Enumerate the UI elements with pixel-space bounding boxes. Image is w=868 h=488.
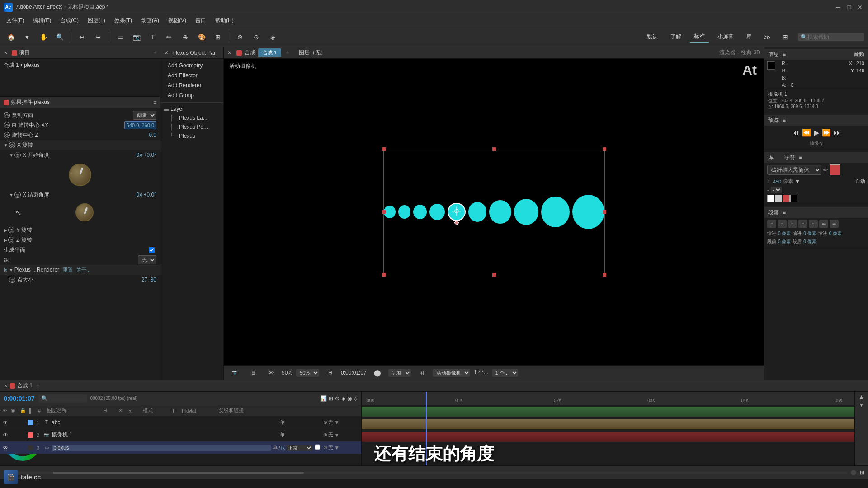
layer1-parent-dropdown[interactable]: ▼: [334, 419, 340, 426]
swatch-black[interactable]: [790, 195, 797, 202]
redo-tool[interactable]: ↪: [91, 30, 105, 44]
comp-marker-btn[interactable]: ◇: [354, 395, 358, 402]
project-panel-close[interactable]: ✕: [4, 50, 8, 56]
knob-x-start[interactable]: [69, 164, 91, 186]
collapse-arrow-x[interactable]: ▼: [4, 143, 8, 148]
layer-select[interactable]: 1 个...: [492, 369, 518, 377]
menu-animation[interactable]: 动画(A): [137, 15, 164, 26]
layer3-lock[interactable]: [19, 444, 26, 451]
close-button[interactable]: ✕: [855, 3, 864, 12]
justify-btn[interactable]: ≡: [798, 220, 807, 228]
comp-preview-btn[interactable]: 👁: [264, 366, 278, 380]
menu-help[interactable]: 帮助(H): [211, 15, 238, 26]
effect-row-center-xy[interactable]: ◷ ⊞ 旋转中心 XY 640.0, 360.0: [0, 120, 160, 130]
timeline-scrollbar[interactable]: [11, 472, 847, 474]
pen-tool[interactable]: ✏: [162, 30, 176, 44]
timeline-search[interactable]: 🔍: [38, 394, 87, 403]
effect-row-group[interactable]: 组 无: [0, 255, 160, 265]
search-area[interactable]: 🔍: [798, 33, 864, 41]
justify-all-btn[interactable]: ≡: [809, 220, 818, 228]
quality-select[interactable]: 完整: [388, 369, 411, 377]
layer2-name[interactable]: 摄像机 1: [52, 431, 278, 439]
workspace-learn[interactable]: 了解: [666, 31, 686, 42]
color-picker[interactable]: [830, 164, 840, 175]
add-renderer-btn[interactable]: Add Renderer: [160, 80, 223, 90]
effect-row-center-z[interactable]: ◷ 旋转中心 Z 0.0: [0, 130, 160, 140]
menu-effects[interactable]: 效果(T): [110, 15, 137, 26]
effect-row-z-rotation[interactable]: ▶ ◷ Z 旋转: [0, 235, 160, 245]
ltr-btn[interactable]: ⇒: [830, 220, 839, 228]
menu-composition[interactable]: 合成(C): [56, 15, 83, 26]
solo-btn[interactable]: ◉: [347, 395, 352, 402]
plexus-child-2[interactable]: ├─ Plexus Po...: [160, 122, 223, 131]
3d-tool[interactable]: ⊗: [233, 30, 247, 44]
timeline-close[interactable]: ✕: [4, 383, 8, 389]
comp-close[interactable]: ✕: [227, 50, 232, 56]
select-copy-direction[interactable]: 两者: [133, 111, 156, 120]
layer3-mode-select[interactable]: 正常: [286, 445, 312, 451]
preview-menu[interactable]: ≡: [783, 117, 786, 123]
align-tool[interactable]: ⊙: [249, 30, 264, 44]
track-bar-2[interactable]: [362, 419, 854, 429]
undo-tool[interactable]: ↩: [75, 30, 89, 44]
plexus-panel-close[interactable]: ✕: [164, 50, 169, 56]
about-button[interactable]: 关于...: [76, 267, 90, 273]
timeline-cursor[interactable]: [426, 392, 427, 465]
info-menu[interactable]: ≡: [783, 51, 786, 57]
add-effector-btn[interactable]: Add Effector: [160, 70, 223, 80]
checkbox-gen-plane[interactable]: [149, 247, 155, 253]
project-panel-menu[interactable]: ≡: [153, 50, 156, 56]
layer3-eye[interactable]: 👁: [2, 444, 9, 451]
comp-color-btn[interactable]: ⬤: [370, 366, 385, 380]
collapse-arrow-x-start[interactable]: ▼: [9, 153, 14, 158]
effect-row-y-rotation[interactable]: ▶ ◷ Y 旋转: [0, 225, 160, 235]
menu-window[interactable]: 窗口: [191, 15, 211, 26]
layer1-lock[interactable]: [19, 419, 26, 426]
knob-x-end[interactable]: [75, 203, 94, 221]
comp-fit-btn[interactable]: ⊞: [323, 366, 337, 380]
collapse-arrow-x-end[interactable]: ▼: [9, 192, 14, 197]
plexus-child-1[interactable]: ├─ Plexus La...: [160, 113, 223, 122]
timeline-search-input[interactable]: [48, 396, 84, 401]
menu-edit[interactable]: 编辑(E): [28, 15, 56, 26]
paint-tool[interactable]: 🎨: [194, 30, 209, 44]
timeline-zoom-in[interactable]: ▲: [859, 394, 864, 400]
collapse-arrow-z[interactable]: ▶: [4, 238, 7, 243]
zoom-select[interactable]: 50%: [296, 369, 319, 377]
layer2-lock[interactable]: [19, 432, 26, 439]
add-group-btn[interactable]: Add Group: [160, 90, 223, 100]
font-menu[interactable]: ≡: [799, 154, 802, 160]
puppet-tool[interactable]: ⊞: [211, 30, 225, 44]
motion-trail-btn[interactable]: ⊙: [335, 395, 340, 402]
track-bar-1[interactable]: [362, 407, 854, 417]
layer3-parent-dropdown[interactable]: ▼: [334, 445, 340, 451]
dash-select[interactable]: -: [771, 187, 782, 193]
shape-tool[interactable]: ▭: [113, 30, 127, 44]
timeline-zoom-out[interactable]: ▼: [859, 402, 864, 408]
next-frame-btn[interactable]: ⏩: [822, 128, 831, 137]
clone-tool[interactable]: ⊕: [178, 30, 193, 44]
layer3-t-check[interactable]: [315, 444, 320, 450]
workspace-default[interactable]: 默认: [642, 31, 662, 42]
input-center-xy[interactable]: 640.0, 360.0: [124, 121, 156, 129]
layer1-solo[interactable]: [10, 419, 18, 426]
font-style-btn[interactable]: ✏: [823, 167, 828, 173]
layer2-eye[interactable]: 👁: [2, 432, 9, 439]
align-left-btn[interactable]: ≡: [767, 220, 776, 228]
timeline-nav-circle[interactable]: [851, 470, 856, 475]
go-start-btn[interactable]: ⏮: [792, 129, 799, 137]
plexus-child-3[interactable]: └─ Plexus: [160, 131, 223, 141]
align-right-btn[interactable]: ≡: [788, 220, 797, 228]
effect-row-copy-direction[interactable]: ◷ 复制方向 两者: [0, 110, 160, 120]
swatch-white[interactable]: [767, 195, 774, 202]
draft-btn[interactable]: ◈: [341, 395, 345, 402]
reset-button[interactable]: 重置: [63, 267, 73, 273]
camera-select[interactable]: 活动摄像机: [433, 369, 470, 377]
effect-row-x-end[interactable]: ▼ ◷ X 结束角度 0x +0.0°: [0, 190, 160, 200]
rtl-btn[interactable]: ⇐: [819, 220, 828, 228]
timeline-menu[interactable]: ≡: [36, 383, 39, 389]
align-center-btn[interactable]: ≡: [778, 220, 787, 228]
layer3-solo[interactable]: [10, 444, 18, 451]
comp-tab-menu[interactable]: ≡: [286, 50, 289, 56]
minimize-button[interactable]: ─: [834, 3, 843, 12]
